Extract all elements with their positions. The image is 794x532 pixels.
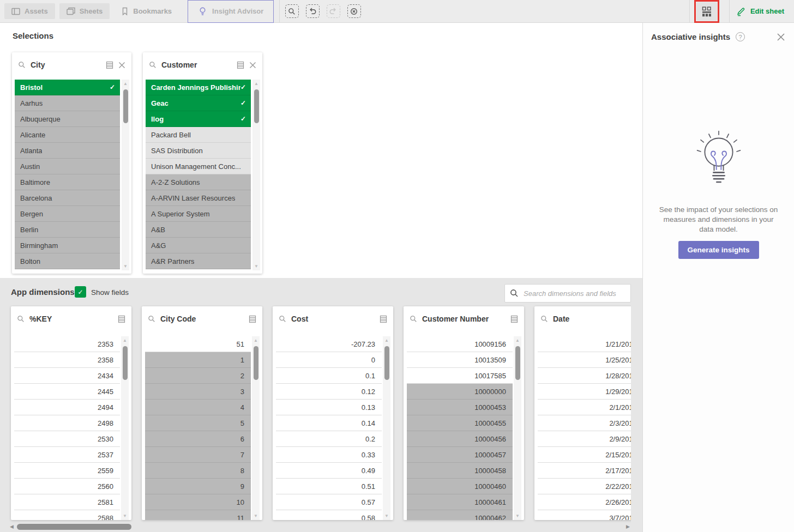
close-icon[interactable] [777,33,785,41]
step-forward-button[interactable] [324,3,342,20]
list-item[interactable]: 3/7/2012 [538,510,631,520]
list-item[interactable]: 2353 [14,336,120,352]
list-item[interactable]: 2498 [14,415,120,431]
scroll-up-icon[interactable]: ▲ [254,336,258,344]
scroll-down-icon[interactable]: ▼ [123,512,127,520]
list-item[interactable]: 0.2 [276,431,382,447]
list-item[interactable]: 4 [145,400,251,415]
scroll-down-icon[interactable]: ▼ [254,512,258,520]
list-item[interactable]: 10000000 [407,384,513,400]
search-icon[interactable] [148,315,155,323]
list-item[interactable]: 51 [145,336,251,352]
list-item[interactable]: Berlin [15,222,120,238]
list-item[interactable]: 2/9/2012 [538,431,631,447]
scroll-right-icon[interactable]: ▶ [626,523,630,530]
list-item[interactable]: 0.1 [276,368,382,384]
list-item[interactable]: 0.14 [276,415,382,431]
search-icon[interactable] [410,315,417,323]
list-menu-icon[interactable] [118,315,125,323]
list-item[interactable]: Alicante [15,127,120,143]
list-item[interactable]: 10000453 [407,400,513,415]
list-item[interactable]: 10017585 [407,368,513,384]
scrollbar-thumb[interactable] [123,346,128,380]
list-item[interactable]: 2358 [14,352,120,368]
horizontal-scroll-thumb[interactable] [17,524,131,530]
scroll-up-icon[interactable]: ▲ [123,80,128,88]
list-item[interactable]: 2581 [14,494,120,510]
scroll-down-icon[interactable]: ▼ [123,262,128,270]
list-item[interactable]: 10000456 [407,431,513,447]
list-item[interactable]: 1/29/2012 [538,384,631,400]
list-item[interactable]: Unison Management Conc... [146,159,251,174]
list-item[interactable]: 1 [145,352,251,368]
search-icon[interactable] [17,315,25,323]
list-item[interactable]: A&R Partners [146,253,251,269]
list-item[interactable]: 0 [276,352,382,368]
search-icon[interactable] [18,61,26,69]
list-item[interactable]: Atlanta [15,143,120,159]
list-item[interactable]: 0.33 [276,447,382,463]
list-item[interactable]: Carden Jennings Publishing✓ [146,80,251,95]
insight-advisor-button[interactable]: Insight Advisor [188,0,274,23]
list-item[interactable]: Geac✓ [146,95,251,111]
edit-sheet-button[interactable]: Edit sheet [736,7,784,16]
list-item[interactable]: A Superior System [146,206,251,222]
scroll-down-icon[interactable]: ▼ [254,262,258,270]
list-item[interactable]: 10000458 [407,463,513,479]
list-item[interactable]: 11 [145,510,251,520]
list-item[interactable]: 2/22/2012 [538,479,631,494]
search-icon[interactable] [149,61,157,69]
clear-selections-button[interactable] [345,3,363,20]
scroll-up-icon[interactable]: ▲ [384,336,389,344]
smart-search-button[interactable] [283,3,300,20]
list-item[interactable]: Birmingham [15,238,120,253]
list-item[interactable]: A&G [146,238,251,253]
list-item[interactable]: Bristol✓ [15,80,120,95]
list-item[interactable]: A&B [146,222,251,238]
list-item[interactable]: 0.57 [276,494,382,510]
list-item[interactable]: 10 [145,494,251,510]
list-item[interactable]: 10000457 [407,447,513,463]
list-item[interactable]: 1/25/2012 [538,352,631,368]
list-item[interactable]: 6 [145,431,251,447]
vertical-scrollbar[interactable]: ▲ ▼ [252,80,260,270]
list-item[interactable]: 2 [145,368,251,384]
list-item[interactable]: 10000461 [407,494,513,510]
list-item[interactable]: 2/1/2012 [538,400,631,415]
sheets-button[interactable]: Sheets [59,3,110,19]
scroll-left-icon[interactable]: ◀ [10,523,14,530]
list-item[interactable]: 8 [145,463,251,479]
list-item[interactable]: 2434 [14,368,120,384]
list-item[interactable]: Baltimore [15,174,120,190]
search-icon[interactable] [540,315,548,323]
vertical-scrollbar[interactable]: ▲ ▼ [252,336,260,520]
list-menu-icon[interactable] [510,315,518,323]
vertical-scrollbar[interactable]: ▲ ▼ [514,336,521,520]
list-item[interactable]: 2494 [14,400,120,415]
list-item[interactable]: 1/21/2012 [538,336,631,352]
vertical-scrollbar[interactable]: ▲ ▼ [121,336,129,520]
list-item[interactable]: A-ARVIN Laser Resources [146,190,251,206]
list-item[interactable]: 2560 [14,479,120,494]
list-item[interactable]: Aarhus [15,95,120,111]
search-icon[interactable] [279,315,286,323]
generate-insights-button[interactable]: Generate insights [678,241,759,259]
list-item[interactable]: 2/15/2012 [538,447,631,463]
scroll-down-icon[interactable]: ▼ [384,512,389,520]
scroll-up-icon[interactable]: ▲ [254,80,258,88]
list-item[interactable]: 10000455 [407,415,513,431]
vertical-scrollbar[interactable]: ▲ ▼ [122,80,129,270]
list-item[interactable]: 0.51 [276,479,382,494]
scroll-up-icon[interactable]: ▲ [123,336,127,344]
scrollbar-thumb[interactable] [384,346,389,380]
help-icon[interactable]: ? [736,32,745,41]
list-item[interactable]: 1/28/2012 [538,368,631,384]
step-back-button[interactable] [304,3,321,20]
list-item[interactable]: 10000462 [407,510,513,520]
list-menu-icon[interactable] [237,61,244,69]
list-item[interactable]: 9 [145,479,251,494]
list-item[interactable]: Bolton [15,253,120,269]
list-item[interactable]: 2537 [14,447,120,463]
assets-button[interactable]: Assets [4,3,55,19]
vertical-scrollbar[interactable]: ▲ ▼ [383,336,390,520]
